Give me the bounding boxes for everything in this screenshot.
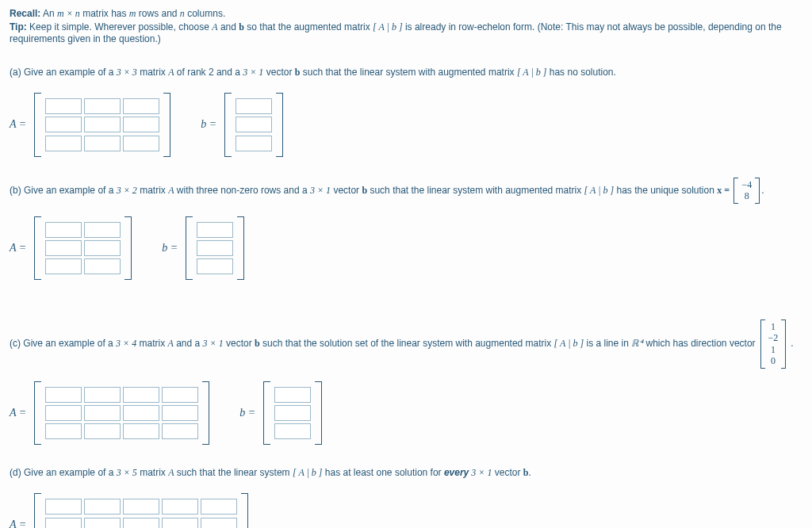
matrix-cell[interactable] <box>197 222 233 238</box>
part-c: (c) Give an example of a 3 × 4 matrix A … <box>10 319 802 445</box>
tip-label: Tip: <box>10 21 27 33</box>
matrix-cell[interactable] <box>84 258 121 274</box>
matrix-cell[interactable] <box>201 499 237 515</box>
matrix-cell[interactable] <box>45 222 82 238</box>
matrix-A-input <box>34 381 209 446</box>
matrix-cell[interactable] <box>162 518 198 528</box>
matrix-cell[interactable] <box>45 136 82 151</box>
matrix-cell[interactable] <box>84 518 121 528</box>
matrix-cell[interactable] <box>84 117 121 132</box>
matrix-cell[interactable] <box>123 136 159 151</box>
matrix-cell[interactable] <box>84 499 121 515</box>
matrix-cell[interactable] <box>123 405 159 421</box>
matrix-cell[interactable] <box>45 117 82 132</box>
matrix-cell[interactable] <box>123 98 159 114</box>
matrix-cell[interactable] <box>197 240 233 256</box>
matrix-cell[interactable] <box>197 258 233 274</box>
matrix-cell[interactable] <box>123 117 159 132</box>
part-a: (a) Give an example of a 3 × 3 matrix A … <box>10 65 802 157</box>
matrix-cell[interactable] <box>45 499 82 515</box>
part-d-prompt: (d) Give an example of a 3 × 5 matrix A … <box>10 465 802 480</box>
direction-vector: 1 −2 1 0 <box>760 319 787 369</box>
matrix-cell[interactable] <box>236 136 272 151</box>
vector-b-label: b = <box>201 116 216 133</box>
vector-b-input <box>186 216 244 281</box>
matrix-cell[interactable] <box>274 387 311 403</box>
matrix-cell[interactable] <box>123 387 159 403</box>
matrix-cell[interactable] <box>236 98 272 114</box>
recall-line: Recall: An m × n matrix has m rows and n… <box>10 8 802 20</box>
matrix-cell[interactable] <box>45 423 82 439</box>
matrix-cell[interactable] <box>162 499 198 515</box>
matrix-A-input <box>34 216 132 281</box>
matrix-A-label: A = <box>10 404 26 422</box>
vector-b-label: b = <box>239 404 255 422</box>
matrix-A-input <box>34 493 248 528</box>
vector-b-input <box>224 93 283 157</box>
matrix-cell[interactable] <box>45 387 82 403</box>
part-b-prompt: (b) Give an example of a 3 × 2 matrix A … <box>10 178 802 204</box>
matrix-cell[interactable] <box>84 222 121 238</box>
matrix-cell[interactable] <box>84 136 121 151</box>
matrix-cell[interactable] <box>84 98 121 114</box>
solution-vector: −48 <box>733 178 760 204</box>
recall-label: Recall: <box>10 8 40 19</box>
matrix-cell[interactable] <box>84 240 121 256</box>
part-a-prompt: (a) Give an example of a 3 × 3 matrix A … <box>10 65 802 80</box>
matrix-cell[interactable] <box>123 499 159 515</box>
part-d: (d) Give an example of a 3 × 5 matrix A … <box>10 465 802 528</box>
matrix-cell[interactable] <box>123 518 159 528</box>
matrix-cell[interactable] <box>45 98 82 114</box>
matrix-cell[interactable] <box>84 405 121 421</box>
matrix-cell[interactable] <box>274 423 311 439</box>
part-b: (b) Give an example of a 3 × 2 matrix A … <box>10 178 802 280</box>
vector-b-label: b = <box>162 239 178 257</box>
matrix-cell[interactable] <box>84 423 121 439</box>
part-c-prompt: (c) Give an example of a 3 × 4 matrix A … <box>10 319 802 369</box>
matrix-cell[interactable] <box>84 387 121 403</box>
matrix-cell[interactable] <box>45 405 82 421</box>
matrix-cell[interactable] <box>123 423 159 439</box>
matrix-A-input <box>34 93 170 157</box>
matrix-cell[interactable] <box>45 258 82 274</box>
matrix-cell[interactable] <box>236 117 272 132</box>
matrix-A-label: A = <box>10 116 26 133</box>
matrix-cell[interactable] <box>45 240 82 256</box>
matrix-cell[interactable] <box>201 518 237 528</box>
matrix-A-label: A = <box>10 516 26 528</box>
matrix-cell[interactable] <box>274 405 311 421</box>
matrix-cell[interactable] <box>162 387 198 403</box>
matrix-cell[interactable] <box>162 405 198 421</box>
tip-line: Tip: Keep it simple. Wherever possible, … <box>10 21 802 44</box>
matrix-A-label: A = <box>10 239 26 257</box>
vector-b-input <box>263 381 322 446</box>
matrix-cell[interactable] <box>45 518 82 528</box>
matrix-cell[interactable] <box>162 423 198 439</box>
